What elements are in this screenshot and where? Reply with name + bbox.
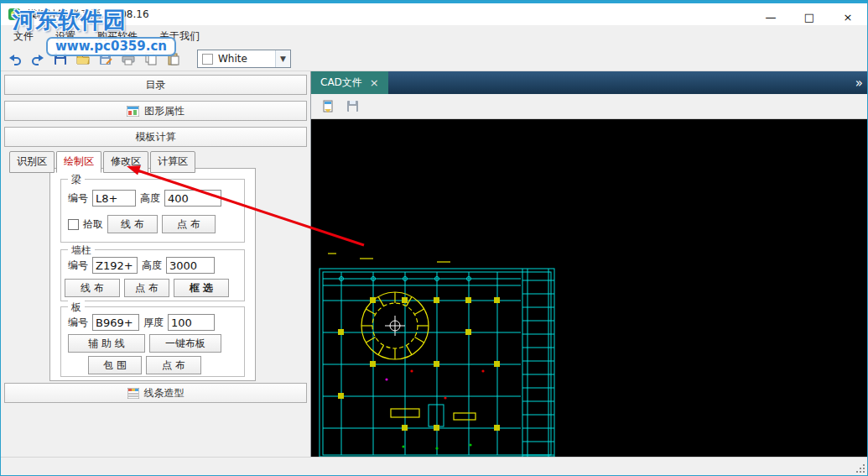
menu-about-us[interactable]: 关于我们 — [148, 25, 211, 48]
tab-close-icon[interactable]: × — [370, 76, 379, 89]
beam-number-input[interactable] — [92, 190, 136, 207]
tab-calculation[interactable]: 计算区 — [150, 151, 195, 173]
wall-line-layout-button[interactable]: 线 布 — [65, 279, 120, 297]
slab-thickness-input[interactable] — [168, 314, 215, 331]
slab-one-key-layout-button[interactable]: 一键布板 — [149, 334, 221, 353]
beam-number-label: 编号 — [68, 191, 88, 206]
menubar: 文件 设置 购买软件 关于我们 — [1, 25, 867, 47]
wall-number-label: 编号 — [68, 259, 88, 273]
directory-button[interactable]: 目录 — [4, 75, 307, 95]
tab-cad-file-label: CAD文件 — [320, 76, 362, 90]
document-toolbar — [311, 94, 867, 119]
color-dropdown-value: White — [218, 53, 247, 65]
tab-cad-file[interactable]: CAD文件 × — [311, 71, 388, 94]
beam-height-input[interactable] — [164, 190, 221, 207]
slab-group: 板 编号 厚度 辅 助 线 一键布板 包 围 点 布 — [60, 306, 245, 377]
copy-icon[interactable] — [142, 50, 160, 68]
beam-group: 梁 编号 高度 拾取 线 布 点 布 — [60, 179, 245, 243]
wall-column-group: 墙柱 编号 高度 线 布 点 布 框 选 — [60, 249, 245, 301]
slab-group-title: 板 — [68, 301, 85, 315]
chevron-down-icon: ▼ — [275, 50, 290, 67]
beam-line-layout-button[interactable]: 线 布 — [107, 215, 158, 233]
slab-aux-line-button[interactable]: 辅 助 线 — [68, 334, 145, 353]
wall-height-label: 高度 — [142, 259, 162, 273]
wall-number-input[interactable] — [92, 257, 138, 274]
open-drawing-icon[interactable] — [320, 97, 338, 116]
beam-height-label: 高度 — [140, 191, 160, 206]
slab-number-label: 编号 — [68, 316, 88, 330]
tab-drawing[interactable]: 绘制区 — [56, 151, 101, 173]
menu-buy-software[interactable]: 购买软件 — [86, 25, 148, 48]
document-area: CAD文件 × » — [311, 71, 867, 457]
cad-canvas[interactable] — [311, 119, 867, 457]
main-toolbar: White ▼ — [1, 47, 867, 71]
tab-modify[interactable]: 修改区 — [103, 151, 148, 173]
color-dropdown[interactable]: White ▼ — [197, 50, 291, 68]
line-style-button[interactable]: 线条造型 — [4, 383, 307, 403]
wall-height-input[interactable] — [166, 257, 215, 274]
wall-column-group-title: 墙柱 — [68, 243, 95, 258]
directory-button-label: 目录 — [146, 78, 166, 92]
template-calc-button[interactable]: 模板计算 — [4, 127, 307, 147]
resize-grip[interactable] — [855, 463, 865, 473]
slab-thickness-label: 厚度 — [143, 316, 164, 330]
graphic-properties-label: 图形属性 — [144, 104, 185, 118]
beam-point-layout-button[interactable]: 点 布 — [162, 215, 216, 233]
paste-icon[interactable] — [164, 50, 183, 68]
color-swatch — [202, 54, 213, 65]
document-tabbar: CAD文件 × » — [311, 71, 867, 94]
line-style-icon — [127, 388, 139, 399]
slab-point-layout-button[interactable]: 点 布 — [146, 356, 201, 374]
pick-checkbox-label: 拾取 — [83, 217, 103, 232]
wall-box-select-button[interactable]: 框 选 — [174, 279, 229, 297]
drawing-tab-panel: 梁 编号 高度 拾取 线 布 点 布 墙柱 编号 高度 — [49, 168, 256, 381]
cad-drawing — [311, 119, 867, 457]
pick-checkbox[interactable] — [68, 219, 79, 230]
app-icon — [8, 8, 21, 21]
menu-settings[interactable]: 设置 — [44, 25, 86, 48]
tab-recognition[interactable]: 识别区 — [9, 151, 55, 173]
slab-number-input[interactable] — [92, 314, 139, 331]
open-icon[interactable] — [74, 50, 92, 68]
graphic-properties-icon — [127, 106, 139, 117]
slab-surround-button[interactable]: 包 围 — [88, 356, 142, 374]
left-panel: 目录 图形属性 模板计算 识别区 绘制区 修改区 计算区 梁 编号 高度 拾取 … — [1, 71, 311, 457]
line-style-label: 线条造型 — [144, 386, 185, 400]
titlebar: 模板计算-学习版 18.08.16 — □ × — [1, 3, 867, 25]
save-drawing-icon[interactable] — [344, 97, 362, 116]
menu-file[interactable]: 文件 — [3, 25, 44, 48]
beam-group-title: 梁 — [68, 173, 85, 187]
template-calc-label: 模板计算 — [136, 130, 176, 144]
redo-icon[interactable] — [29, 50, 47, 68]
mode-tabs: 识别区 绘制区 修改区 计算区 — [9, 151, 197, 173]
graphic-properties-button[interactable]: 图形属性 — [4, 101, 307, 121]
print-icon[interactable] — [119, 50, 138, 68]
save-as-icon[interactable] — [96, 50, 115, 68]
window-title: 模板计算-学习版 18.08.16 — [27, 8, 149, 22]
undo-icon[interactable] — [6, 50, 24, 68]
save-icon[interactable] — [51, 50, 70, 68]
statusbar — [1, 457, 867, 475]
tab-overflow-chevron-icon[interactable]: » — [855, 71, 863, 94]
wall-point-layout-button[interactable]: 点 布 — [124, 279, 169, 297]
